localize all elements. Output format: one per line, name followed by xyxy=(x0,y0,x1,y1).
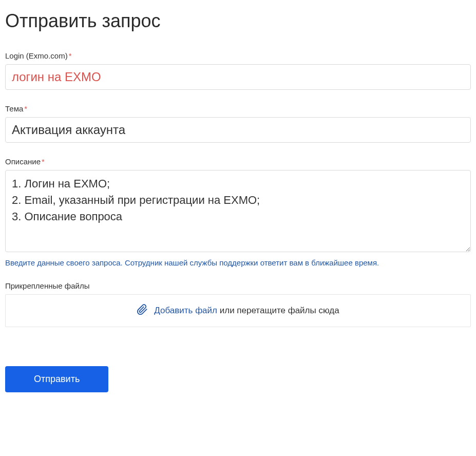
required-star: * xyxy=(24,104,27,113)
attachments-group: Прикрепленные файлы Добавить файл или пе… xyxy=(5,281,471,327)
subject-input[interactable] xyxy=(5,117,471,143)
required-star: * xyxy=(69,51,72,60)
submit-button[interactable]: Отправить xyxy=(5,366,108,392)
attachment-text: Добавить файл или перетащите файлы сюда xyxy=(154,306,339,316)
required-star: * xyxy=(42,157,45,166)
description-textarea[interactable] xyxy=(5,170,471,252)
description-group: Описание* Введите данные своего запроса.… xyxy=(5,157,471,267)
login-label-text: Login (Exmo.com) xyxy=(5,51,68,60)
login-input[interactable] xyxy=(5,64,471,90)
attachments-label: Прикрепленные файлы xyxy=(5,281,471,290)
paperclip-icon xyxy=(137,304,148,317)
description-hint: Введите данные своего запроса. Сотрудник… xyxy=(5,258,471,267)
login-label: Login (Exmo.com)* xyxy=(5,51,471,60)
description-label-text: Описание xyxy=(5,157,41,166)
page-title: Отправить запрос xyxy=(5,10,471,32)
subject-label-text: Тема xyxy=(5,104,23,113)
add-file-link[interactable]: Добавить файл xyxy=(154,306,217,315)
subject-label: Тема* xyxy=(5,104,471,113)
login-group: Login (Exmo.com)* xyxy=(5,51,471,90)
description-label: Описание* xyxy=(5,157,471,166)
subject-group: Тема* xyxy=(5,104,471,143)
request-form: Отправить запрос Login (Exmo.com)* Тема*… xyxy=(5,10,471,392)
attachment-drag-text: или перетащите файлы сюда xyxy=(217,306,339,315)
attachment-dropzone[interactable]: Добавить файл или перетащите файлы сюда xyxy=(5,294,471,327)
